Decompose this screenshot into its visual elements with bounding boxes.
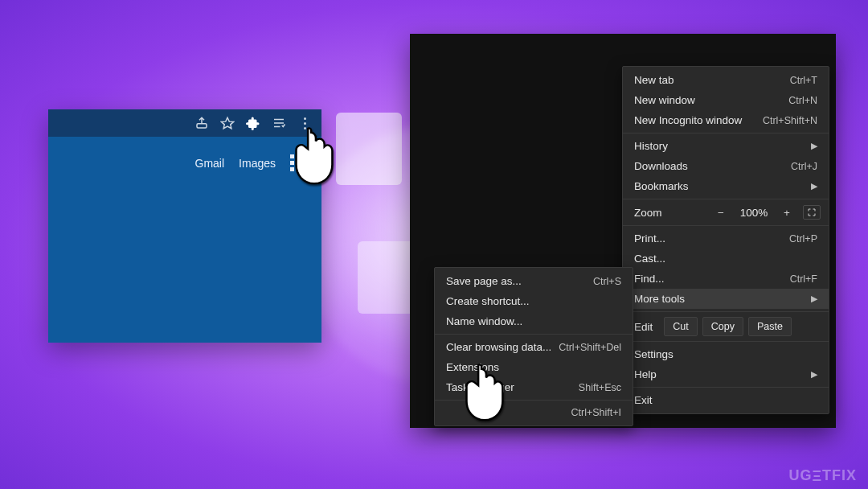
submenu-clear-browsing-data[interactable]: Clear browsing data... Ctrl+Shift+Del [435, 337, 633, 357]
svg-rect-0 [197, 124, 207, 128]
more-menu-icon[interactable] [297, 116, 312, 130]
menu-separator [435, 334, 633, 335]
menu-label: More tools [634, 293, 685, 305]
menu-label: Help [634, 368, 657, 380]
menu-find[interactable]: Find... Ctrl+F [623, 269, 829, 289]
fullscreen-button[interactable] [803, 205, 821, 220]
zoom-out-button[interactable]: − [711, 207, 731, 219]
submenu-arrow-icon: ▶ [811, 141, 817, 151]
menu-shortcut: Ctrl+T [790, 75, 817, 86]
menu-shortcut: Shift+Esc [579, 382, 621, 393]
submenu-arrow-icon: ▶ [811, 369, 817, 380]
edit-label: Edit [634, 321, 653, 333]
menu-more-tools[interactable]: More tools ▶ [623, 289, 829, 309]
menu-shortcut: Ctrl+Shift+N [763, 115, 817, 126]
chrome-window-left: Gmail Images [48, 109, 321, 343]
menu-downloads[interactable]: Downloads Ctrl+J [623, 156, 829, 176]
menu-separator [623, 225, 829, 226]
svg-marker-1 [222, 117, 234, 129]
menu-label: New window [634, 94, 695, 106]
chrome-main-menu: New tab Ctrl+T New window Ctrl+N New Inc… [622, 66, 829, 414]
menu-cast[interactable]: Cast... [623, 249, 829, 269]
menu-label: Create shortcut... [446, 295, 530, 307]
menu-shortcut: Ctrl+J [791, 161, 817, 172]
submenu-create-shortcut[interactable]: Create shortcut... [435, 291, 633, 311]
menu-label: History [634, 140, 668, 152]
menu-zoom-row: Zoom − 100% + [623, 202, 829, 223]
menu-shortcut: Ctrl+Shift+I [571, 407, 621, 418]
more-tools-submenu: Save page as... Ctrl+S Create shortcut..… [434, 267, 633, 426]
menu-shortcut: Ctrl+F [790, 273, 817, 285]
background-square [336, 113, 402, 185]
submenu-arrow-icon: ▶ [811, 181, 817, 191]
menu-label: Settings [634, 348, 674, 360]
zoom-value: 100% [737, 207, 771, 219]
toolbar [48, 109, 321, 137]
menu-edit-row: Edit Cut Copy Paste [623, 314, 829, 339]
menu-label: Exit [634, 394, 653, 406]
zoom-in-button[interactable]: + [777, 207, 796, 219]
share-icon[interactable] [194, 116, 209, 130]
submenu-arrow-icon: ▶ [811, 294, 817, 304]
menu-label: Task manager [446, 381, 514, 393]
menu-shortcut: Ctrl+P [789, 233, 817, 244]
zoom-label: Zoom [634, 207, 662, 219]
menu-history[interactable]: History ▶ [623, 136, 829, 156]
menu-new-incognito[interactable]: New Incognito window Ctrl+Shift+N [623, 110, 829, 130]
reading-list-icon[interactable] [272, 116, 286, 130]
watermark: UGΞTFIX [788, 467, 857, 484]
menu-label: New tab [634, 74, 674, 86]
submenu-save-page[interactable]: Save page as... Ctrl+S [435, 271, 633, 291]
submenu-name-window[interactable]: Name window... [435, 311, 633, 331]
menu-settings[interactable]: Settings [623, 344, 829, 364]
chrome-window-right: New tab Ctrl+T New window Ctrl+N New Inc… [410, 34, 836, 428]
menu-separator [435, 400, 633, 401]
menu-print[interactable]: Print... Ctrl+P [623, 228, 829, 249]
menu-help[interactable]: Help ▶ [623, 364, 829, 384]
apps-grid-icon[interactable] [290, 154, 307, 171]
cut-button[interactable]: Cut [664, 317, 697, 336]
menu-label: Extensions [446, 361, 499, 373]
paste-button[interactable]: Paste [748, 317, 792, 336]
submenu-developer-tools[interactable]: Ctrl+Shift+I [435, 403, 633, 422]
submenu-task-manager[interactable]: Task manager Shift+Esc [435, 377, 633, 397]
menu-separator [623, 387, 829, 388]
google-links: Gmail Images [195, 154, 307, 171]
menu-bookmarks[interactable]: Bookmarks ▶ [623, 176, 829, 196]
menu-label: Bookmarks [634, 180, 689, 192]
menu-shortcut: Ctrl+N [788, 95, 817, 106]
menu-new-window[interactable]: New window Ctrl+N [623, 90, 829, 110]
gmail-link[interactable]: Gmail [195, 157, 225, 170]
menu-label: Cast... [634, 253, 665, 265]
menu-label: Downloads [634, 160, 688, 172]
extensions-puzzle-icon[interactable] [246, 116, 260, 130]
copy-button[interactable]: Copy [702, 317, 743, 336]
menu-separator [623, 311, 829, 312]
menu-label: Name window... [446, 315, 522, 327]
menu-shortcut: Ctrl+S [593, 276, 621, 287]
images-link[interactable]: Images [239, 157, 276, 170]
menu-label: Print... [634, 232, 665, 244]
menu-new-tab[interactable]: New tab Ctrl+T [623, 70, 829, 90]
menu-label: Clear browsing data... [446, 341, 551, 353]
menu-separator [623, 341, 829, 342]
menu-separator [623, 133, 829, 134]
submenu-extensions[interactable]: Extensions [435, 357, 633, 377]
menu-separator [623, 199, 829, 199]
star-icon[interactable] [220, 116, 235, 130]
menu-shortcut: Ctrl+Shift+Del [559, 342, 621, 353]
menu-label: Find... [634, 273, 665, 285]
menu-exit[interactable]: Exit [623, 390, 829, 410]
menu-label: New Incognito window [634, 114, 742, 126]
menu-label: Save page as... [446, 275, 522, 287]
